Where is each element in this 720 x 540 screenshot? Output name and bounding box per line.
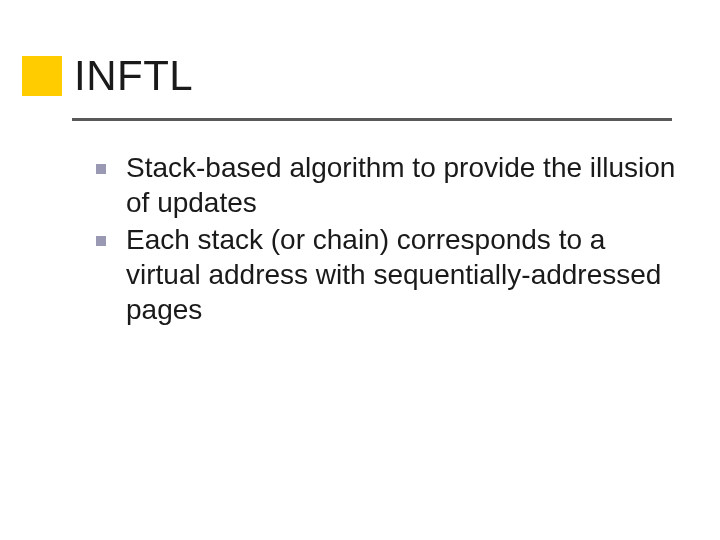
slide-title: INFTL [74,52,193,100]
bullet-square-icon [96,236,106,246]
accent-square-icon [22,56,62,96]
list-item: Each stack (or chain) corresponds to a v… [96,222,686,327]
title-underline [72,118,672,121]
bullet-text: Each stack (or chain) corresponds to a v… [126,222,686,327]
list-item: Stack-based algorithm to provide the ill… [96,150,686,220]
slide-content: Stack-based algorithm to provide the ill… [96,150,686,329]
bullet-square-icon [96,164,106,174]
bullet-text: Stack-based algorithm to provide the ill… [126,150,686,220]
slide: INFTL Stack-based algorithm to provide t… [0,0,720,540]
